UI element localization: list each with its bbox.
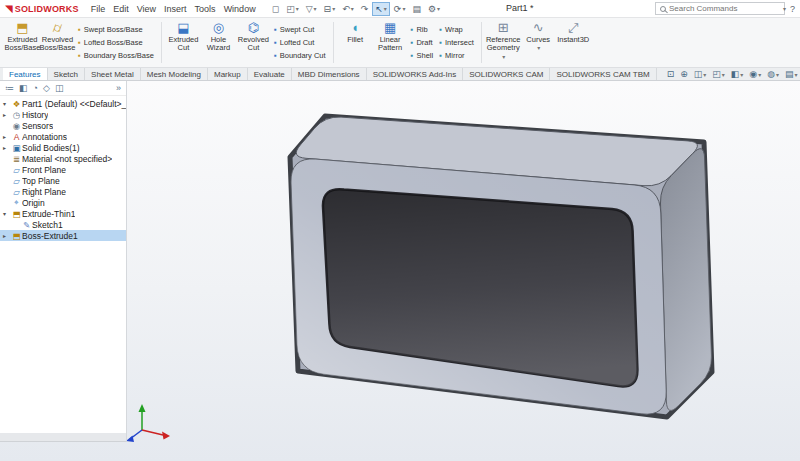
extruded-boss-base-icon: ⬒ [16, 21, 28, 35]
revolved-boss-base-button[interactable]: ⌭Revolved Boss/Base [40, 19, 75, 66]
new-document-icon[interactable]: ◻ [269, 2, 282, 16]
display-style-icon[interactable]: ◧▾ [731, 69, 744, 79]
extruded-boss-base-button[interactable]: ⬒Extruded Boss/Base [5, 19, 40, 66]
file-properties-icon[interactable]: ▤ [409, 2, 424, 16]
tab-markup[interactable]: Markup [208, 68, 248, 80]
expand-caret-icon[interactable]: ▸ [3, 144, 11, 151]
expand-caret-icon[interactable]: ▾ [3, 100, 11, 107]
wrap-button[interactable]: ▪Wrap [436, 23, 477, 36]
expand-caret-icon[interactable]: ▸ [3, 133, 11, 140]
lofted-boss-base-button[interactable]: ▪Lofted Boss/Base [75, 36, 157, 49]
menu-view[interactable]: View [133, 3, 160, 15]
open-icon[interactable]: ◰▾ [283, 2, 302, 16]
tree-item-right-plane[interactable]: ▱Right Plane [0, 186, 126, 197]
ribbon-group: ⬓Extruded Cut◎Hole Wizard⌬Revolved Cut▪S… [164, 19, 331, 66]
tab-solidworks-cam-tbm[interactable]: SOLIDWORKS CAM TBM [550, 68, 656, 80]
expand-caret-icon[interactable]: ▸ [3, 232, 11, 239]
model-right-face[interactable] [660, 149, 711, 411]
options-icon[interactable]: ⚙▾ [425, 2, 443, 16]
tab-evaluate[interactable]: Evaluate [248, 68, 292, 80]
search-commands-box[interactable]: ▾ [655, 2, 785, 15]
scene-icon[interactable]: ▤▾ [785, 69, 798, 79]
lofted-cut-button[interactable]: ▪Lofted Cut [271, 36, 329, 49]
tab-sheet-metal[interactable]: Sheet Metal [85, 68, 141, 80]
extruded-cut-button[interactable]: ⬓Extruded Cut [166, 19, 201, 66]
draft-button[interactable]: ▪Draft [408, 36, 437, 49]
boundary-cut-button[interactable]: ▪Boundary Cut [271, 49, 329, 62]
tree-item-material-not-specified[interactable]: ≣Material <not specified> [0, 153, 126, 164]
swept-cut-button[interactable]: ▪Swept Cut [271, 23, 329, 36]
tree-item-origin[interactable]: ⌖Origin [0, 197, 126, 208]
wrap-icon: ▪ [439, 26, 442, 34]
tab-solidworks-cam[interactable]: SOLIDWORKS CAM [463, 68, 550, 80]
ribbon-small-column: ▪Wrap▪Intersect▪Mirror [436, 19, 477, 66]
print-icon[interactable]: ⊟▾ [321, 2, 339, 16]
ribbon-button-label: Swept Boss/Base [84, 25, 143, 34]
shell-button[interactable]: ▪Shell [408, 49, 437, 62]
mirror-button[interactable]: ▪Mirror [436, 49, 477, 62]
tree-item-label: Sensors [22, 121, 53, 131]
panel-splitter[interactable] [0, 433, 127, 442]
zoom-fit-icon[interactable]: ⊡ [667, 69, 675, 79]
rib-button[interactable]: ▪Rib [408, 23, 437, 36]
edit-appearance-icon[interactable]: ◍▾ [767, 69, 779, 79]
tree-item-solid-bodies-1[interactable]: ▸▣Solid Bodies(1) [0, 142, 126, 153]
dropdown-caret-icon: ▾ [502, 53, 505, 60]
swept-boss-base-button[interactable]: ▪Swept Boss/Base [75, 23, 157, 36]
reference-geometry-button[interactable]: ⊞Reference Geometry▾ [486, 19, 521, 66]
tree-item-history[interactable]: ▸◷History [0, 109, 126, 120]
zoom-area-icon[interactable]: ⊕ [680, 69, 688, 79]
tree-item-sensors[interactable]: ◉Sensors [0, 120, 126, 131]
expand-caret-icon[interactable]: ▸ [3, 111, 11, 118]
fillet-button[interactable]: ◖Fillet [338, 19, 373, 66]
tree-item-sketch1[interactable]: ✎Sketch1 [0, 219, 126, 230]
instant3d-button[interactable]: ⤢Instant3D [556, 19, 591, 66]
part-icon: ❖ [11, 99, 22, 109]
tab-mesh-modeling[interactable]: Mesh Modeling [141, 68, 208, 80]
tab-mbd-dimensions[interactable]: MBD Dimensions [292, 68, 367, 80]
tree-item-front-plane[interactable]: ▱Front Plane [0, 164, 126, 175]
boundary-boss-base-button[interactable]: ▪Boundary Boss/Base [75, 49, 157, 62]
tab-features[interactable]: Features [3, 68, 48, 80]
tree-item-boss-extrude1[interactable]: ▸⬒Boss-Extrude1 [0, 230, 126, 241]
hole-wizard-button[interactable]: ◎Hole Wizard [201, 19, 236, 66]
tree-item-part1-default-default-display-st[interactable]: ▾❖Part1 (Default) <<Default>_Display St [0, 98, 126, 109]
hide-show-items-icon[interactable]: ◉▾ [749, 69, 761, 79]
ribbon-button-label: Linear Pattern [378, 36, 402, 53]
tree-item-annotations[interactable]: ▸AAnnotations [0, 131, 126, 142]
revolved-cut-button[interactable]: ⌬Revolved Cut [236, 19, 271, 66]
view-orientation-icon[interactable]: ◰▾ [712, 69, 725, 79]
featuremanager-tab-icon[interactable]: ≔ [5, 83, 14, 93]
menu-file[interactable]: File [87, 3, 110, 15]
dropdown-caret-icon: ▾ [795, 71, 798, 78]
select-cursor-icon[interactable]: ↖▾ [372, 2, 390, 16]
tree-item-top-plane[interactable]: ▱Top Plane [0, 175, 126, 186]
dimxpertmanager-tab-icon[interactable]: ◇ [43, 83, 50, 93]
search-input[interactable] [669, 4, 779, 13]
linear-pattern-button[interactable]: ▦Linear Pattern [373, 19, 408, 66]
rebuild-icon[interactable]: ⟳▾ [391, 2, 409, 16]
tab-solidworks-add-ins[interactable]: SOLIDWORKS Add-Ins [367, 68, 464, 80]
configurationmanager-tab-icon[interactable]: ◔ [33, 83, 38, 93]
save-icon[interactable]: ▽▾ [303, 2, 320, 16]
section-view-icon[interactable]: ◫▾ [694, 69, 707, 79]
curves-button[interactable]: ∿Curves▾ [521, 19, 556, 66]
search-dropdown-caret-icon[interactable]: ▾ [783, 5, 786, 12]
displaymanager-tab-icon[interactable]: ◫ [55, 83, 64, 93]
menu-insert[interactable]: Insert [160, 3, 191, 15]
help-icon[interactable]: ? [790, 4, 795, 14]
propertymanager-tab-icon[interactable]: ◧ [19, 83, 28, 93]
intersect-button[interactable]: ▪Intersect [436, 36, 477, 49]
undo-icon[interactable]: ↶▾ [339, 2, 357, 16]
tab-sketch[interactable]: Sketch [48, 68, 85, 80]
expand-caret-icon[interactable]: ▾ [3, 210, 11, 217]
panel-expand-icon[interactable]: » [116, 83, 121, 93]
redo-icon[interactable]: ↷ [358, 2, 372, 16]
boundary-cut-icon: ▪ [274, 52, 277, 60]
menu-tools[interactable]: Tools [191, 3, 220, 15]
ribbon-button-label: Shell [416, 51, 433, 60]
menu-edit[interactable]: Edit [109, 3, 133, 15]
extrude-feature-icon: ⬒ [11, 231, 22, 241]
menu-window[interactable]: Window [220, 3, 260, 15]
tree-item-extrude-thin1[interactable]: ▾⬒Extrude-Thin1 [0, 208, 126, 219]
